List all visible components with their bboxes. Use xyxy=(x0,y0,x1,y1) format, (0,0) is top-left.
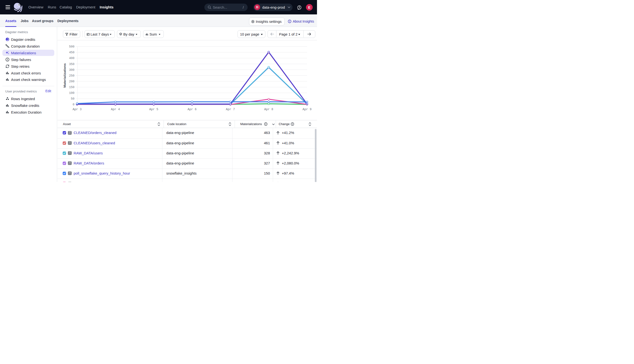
svg-text:0: 0 xyxy=(72,103,74,106)
svg-text:400: 400 xyxy=(69,57,74,60)
svg-text:350: 350 xyxy=(69,63,74,66)
svg-text:300: 300 xyxy=(69,68,74,72)
svg-text:200: 200 xyxy=(69,80,74,83)
svg-text:Materializations: Materializations xyxy=(63,64,66,88)
svg-text:Apr 9: Apr 9 xyxy=(302,108,312,111)
svg-text:Apr 5: Apr 5 xyxy=(149,108,158,111)
svg-text:Apr 4: Apr 4 xyxy=(111,108,120,111)
svg-text:500: 500 xyxy=(69,45,74,48)
svg-text:250: 250 xyxy=(69,74,74,78)
svg-text:Apr 8: Apr 8 xyxy=(264,108,273,111)
svg-text:150: 150 xyxy=(69,86,74,89)
svg-text:100: 100 xyxy=(69,92,74,95)
svg-text:450: 450 xyxy=(69,51,74,54)
svg-text:Apr 7: Apr 7 xyxy=(226,108,235,111)
svg-text:Apr 3: Apr 3 xyxy=(72,108,82,111)
svg-text:50: 50 xyxy=(71,97,74,100)
svg-text:Apr 6: Apr 6 xyxy=(188,108,197,111)
